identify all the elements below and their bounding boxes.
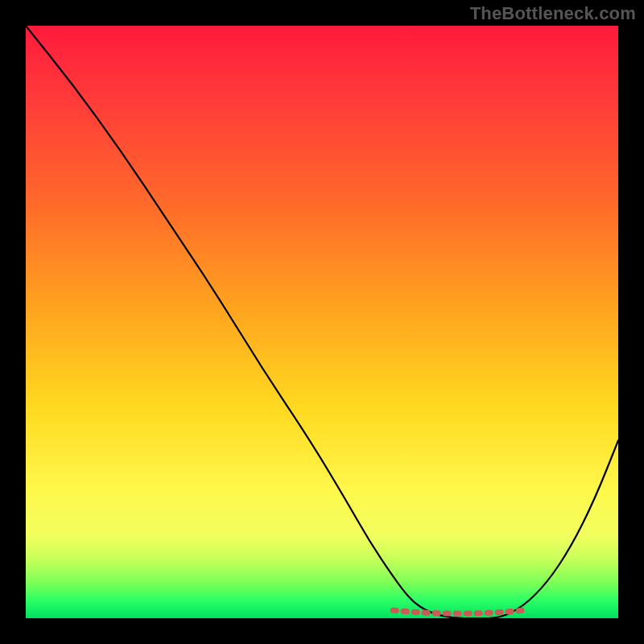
bottleneck-curve-path [26,26,618,618]
optimal-range-marker-path [393,610,523,613]
watermark-text: TheBottleneck.com [470,3,636,24]
chart-frame: TheBottleneck.com [0,0,644,644]
chart-svg [26,26,618,618]
plot-area [26,26,618,618]
